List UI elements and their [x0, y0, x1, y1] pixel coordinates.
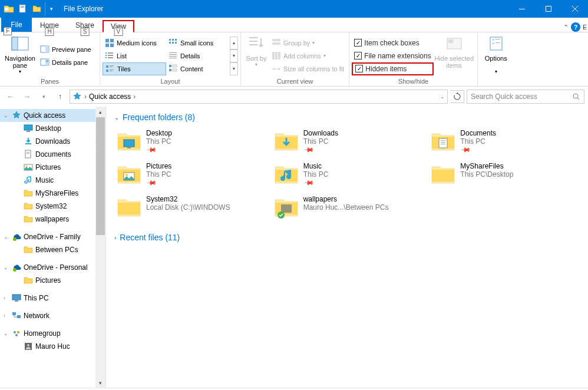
chevron-down-icon[interactable]: ⌄	[4, 113, 8, 118]
frequent-folders-header[interactable]: ⌄ Frequent folders (8)	[114, 113, 580, 122]
app-icon	[2, 2, 15, 15]
group-by-button[interactable]: Group by ▾	[269, 37, 346, 49]
folder-card[interactable]: MyShareFilesThis PC\Desktop	[428, 160, 580, 189]
sidebar-item-homegroup[interactable]: ⌄Homegroup	[0, 327, 105, 340]
chevron-down-icon: ⌄	[114, 114, 119, 121]
up-button[interactable]: ↑	[53, 90, 67, 104]
svg-rect-38	[110, 70, 114, 70]
sidebar-item-downloads[interactable]: Downloads📌	[0, 135, 105, 148]
chevron-right-icon[interactable]: ›	[4, 313, 5, 319]
svg-rect-83	[441, 144, 445, 144]
sort-by-button[interactable]: Sort by▾	[243, 34, 269, 78]
sidebar-item-onedrive-personal[interactable]: ⌄OneDrive - Personal	[0, 261, 105, 274]
ribbon-group-panes: Navigation pane▾ Preview pane Details pa…	[0, 32, 100, 86]
refresh-button[interactable]	[450, 90, 464, 103]
keytip-view: V	[114, 28, 123, 36]
details-pane-button[interactable]: Details pane	[38, 56, 94, 69]
sidebar-item-documents[interactable]: Documents📌	[0, 148, 105, 161]
hide-selected-items-button[interactable]: Hide selected items	[434, 34, 475, 78]
qat-dropdown-icon[interactable]: ▾	[45, 2, 58, 15]
layout-medium-icons[interactable]: Medium icons	[103, 37, 166, 49]
sidebar-item-desktop[interactable]: Desktop📌	[0, 122, 105, 135]
sidebar-item-this-pc[interactable]: ›This PC	[0, 292, 105, 305]
folder-icon	[431, 129, 455, 154]
layout-more[interactable]: ▾	[230, 62, 238, 75]
layout-content[interactable]: Content	[166, 62, 230, 75]
minimize-button[interactable]	[508, 0, 535, 18]
sidebar-scrollbar[interactable]: ▴ ▾	[95, 107, 105, 388]
sidebar-item-wallpapers[interactable]: wallpapers	[0, 213, 105, 226]
folder-icon	[274, 129, 299, 154]
folder-card[interactable]: DesktopThis PC📌	[114, 127, 266, 156]
folder-card[interactable]: DocumentsThis PC📌	[428, 127, 580, 156]
hidden-items-checkbox[interactable]: Hidden items	[352, 62, 433, 75]
file-name-extensions-checkbox[interactable]: File name extensions	[352, 49, 433, 62]
forward-button[interactable]: →	[20, 90, 34, 104]
layout-scroll-down[interactable]: ▾	[230, 49, 238, 62]
add-columns-button[interactable]: Add columns ▾	[269, 49, 346, 62]
sidebar-item-onedrive-family[interactable]: ⌄OneDrive - Family	[0, 230, 105, 243]
sidebar-item-music[interactable]: Music	[0, 174, 105, 187]
close-button[interactable]	[561, 0, 588, 18]
tab-share[interactable]: Share S	[67, 19, 103, 32]
address-separator[interactable]: ›	[84, 92, 87, 101]
sidebar-item-mauro-huc[interactable]: Mauro Huc	[0, 340, 105, 353]
item-check-boxes-checkbox[interactable]: Item check boxes	[352, 37, 433, 49]
folder-card[interactable]: MusicThis PC📌	[272, 160, 423, 189]
chevron-down-icon[interactable]: ⌄	[4, 265, 8, 270]
scroll-down-icon[interactable]: ▾	[95, 378, 105, 388]
layout-details[interactable]: Details	[166, 49, 230, 62]
folder-icon	[274, 162, 299, 187]
scroll-thumb[interactable]	[96, 117, 105, 235]
chevron-right-icon[interactable]: ›	[4, 295, 5, 301]
tab-file[interactable]: File F	[1, 18, 32, 32]
layout-tiles[interactable]: Tiles	[103, 62, 166, 75]
address-crumb[interactable]: Quick access	[89, 92, 131, 101]
layout-small-icons[interactable]: Small icons	[166, 37, 230, 49]
folder-card[interactable]: wallpapersMauro Huc...\Between PCs	[272, 193, 423, 222]
folder-icon	[117, 195, 141, 220]
collapse-ribbon-icon[interactable]: ⌃	[563, 24, 569, 31]
folder-card[interactable]: PicturesThis PC📌	[114, 160, 266, 189]
svg-rect-12	[46, 60, 48, 61]
sidebar-item-network[interactable]: ›Network	[0, 309, 105, 322]
tab-view[interactable]: View V	[103, 20, 134, 32]
folder-name: Downloads	[303, 129, 338, 137]
chevron-down-icon[interactable]: ⌄	[4, 330, 8, 336]
navigation-pane-button[interactable]: Navigation pane▾	[2, 34, 38, 78]
svg-rect-19	[172, 39, 174, 41]
sidebar-item-od-pictures[interactable]: Pictures	[0, 274, 105, 287]
back-button[interactable]: ←	[4, 90, 18, 104]
recent-files-header[interactable]: › Recent files (11)	[114, 233, 580, 242]
sidebar-item-quick-access[interactable]: ⌄ Quick access	[0, 109, 105, 122]
options-button[interactable]: Options▾	[480, 34, 512, 78]
sidebar-item-mysharefiles[interactable]: MyShareFiles	[0, 187, 105, 200]
help-icon[interactable]: ?	[571, 22, 580, 32]
maximize-button[interactable]	[535, 0, 561, 18]
address-dropdown-icon[interactable]: ⌄	[440, 94, 445, 100]
pin-icon: 📌	[303, 144, 314, 156]
tab-home[interactable]: Home H	[32, 19, 67, 32]
svg-point-74	[17, 331, 19, 333]
layout-scroll-up[interactable]: ▴	[230, 37, 238, 49]
qat-newfolder-icon[interactable]	[31, 2, 44, 15]
sidebar-item-between-pcs[interactable]: Between PCs	[0, 243, 105, 256]
preview-pane-button[interactable]: Preview pane	[38, 43, 94, 56]
address-separator[interactable]: ›	[133, 92, 136, 101]
address-bar[interactable]: › Quick access › ⌄	[70, 90, 448, 104]
search-input[interactable]: Search Quick access	[467, 90, 584, 104]
qat-properties-icon[interactable]	[16, 2, 29, 15]
sidebar-item-pictures[interactable]: Pictures📌	[0, 161, 105, 174]
folder-card[interactable]: System32Local Disk (C:)\WINDOWS	[114, 193, 266, 222]
folder-icon	[117, 162, 141, 187]
folder-name: Music	[303, 162, 329, 170]
svg-rect-2	[21, 6, 24, 6]
layout-list[interactable]: List	[103, 49, 166, 62]
sidebar-item-system32[interactable]: System32	[0, 200, 105, 213]
size-columns-button[interactable]: Size all columns to fit	[269, 62, 346, 75]
chevron-down-icon[interactable]: ⌄	[4, 234, 8, 240]
scroll-up-icon[interactable]: ▴	[95, 107, 105, 117]
recent-locations-dropdown[interactable]: ▾	[37, 90, 51, 104]
folder-card[interactable]: DownloadsThis PC📌	[272, 127, 423, 156]
svg-rect-18	[169, 39, 171, 41]
